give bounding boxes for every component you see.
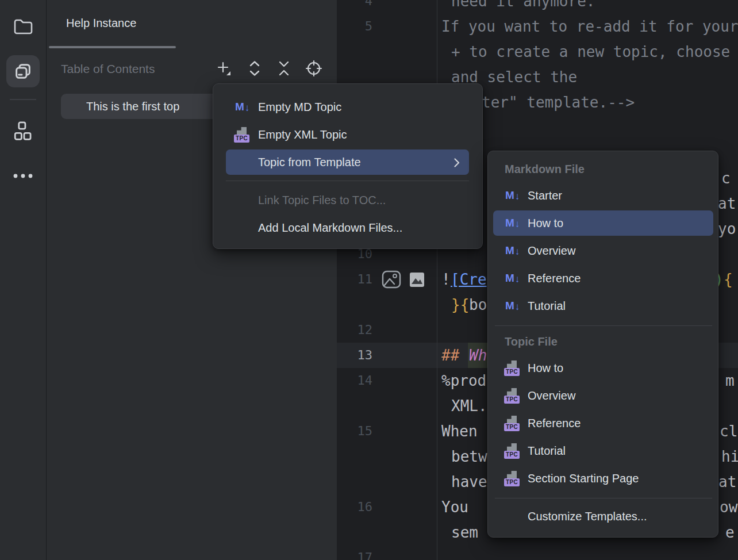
code-fragment: cl xyxy=(720,419,737,444)
folder-tool-button[interactable] xyxy=(6,10,40,43)
topic-file-icon: TPC xyxy=(504,388,520,404)
menu-separator xyxy=(495,325,712,326)
markdown-file-icon: M↓ xyxy=(235,101,249,113)
structure-tool-button[interactable] xyxy=(6,115,40,147)
code-text: betw xyxy=(451,444,487,469)
line-number: 11 xyxy=(337,267,372,292)
image-filled-icon[interactable] xyxy=(409,272,425,287)
code-text: sem xyxy=(451,520,478,545)
submenu-item-md-reference[interactable]: M↓ Reference xyxy=(493,264,713,292)
topic-file-icon: TPC xyxy=(504,360,520,376)
submenu-header-markdown-file: Markdown File xyxy=(493,155,713,183)
menu-separator xyxy=(226,181,469,181)
active-tab-indicator xyxy=(49,46,176,48)
toc-section-title: Table of Contents xyxy=(61,55,155,83)
new-topic-menu: M↓ Empty MD Topic TPC Empty XML Topic To… xyxy=(213,83,483,249)
code-fragment: ow xyxy=(720,494,737,520)
tool-window-tab[interactable]: Help Instance xyxy=(66,0,136,46)
code-text: When xyxy=(441,419,478,444)
code-text: If you want to re-add it for your xyxy=(441,14,738,39)
heading-marker: ## xyxy=(441,343,459,368)
submenu-item-tpc-how-to[interactable]: TPC How to xyxy=(493,354,713,382)
code-fragment: hi xyxy=(721,444,738,469)
menu-item-empty-xml-topic[interactable]: TPC Empty XML Topic xyxy=(226,121,469,148)
app-window: 4 5 10 11 12 13 14 15 16 17 need it anym… xyxy=(0,0,738,560)
submenu-arrow-icon xyxy=(454,158,460,167)
markdown-file-icon: M↓ xyxy=(505,244,520,257)
collapse-all-button[interactable] xyxy=(275,59,293,78)
editor-copy-icon xyxy=(14,62,32,80)
markdown-file-icon: M↓ xyxy=(505,189,520,202)
more-icon xyxy=(13,172,33,179)
submenu-item-customize-templates[interactable]: Customize Templates... xyxy=(493,503,713,530)
code-fragment: c xyxy=(721,166,731,191)
code-text: + to create a new topic, choose xyxy=(451,39,730,64)
structure-icon xyxy=(14,121,32,141)
line-number: 17 xyxy=(337,545,372,560)
menu-separator xyxy=(495,498,712,498)
code-fragment: yo xyxy=(718,216,736,241)
code-link[interactable]: [Cre xyxy=(451,267,487,292)
tool-window-stripe xyxy=(0,0,47,560)
submenu-item-md-tutorial[interactable]: M↓ Tutorial xyxy=(493,292,713,320)
code-fragment: at xyxy=(718,191,736,216)
markdown-file-icon: M↓ xyxy=(505,217,520,229)
line-number: 14 xyxy=(337,368,372,393)
collapse-all-icon xyxy=(277,60,291,76)
code-text: have xyxy=(451,469,487,494)
topic-file-icon: TPC xyxy=(504,443,520,459)
code-text: XML. xyxy=(451,393,487,419)
code-text: %prod xyxy=(441,368,486,393)
submenu-item-tpc-reference[interactable]: TPC Reference xyxy=(493,409,713,437)
add-icon xyxy=(216,61,231,76)
line-number: 16 xyxy=(337,494,372,520)
stripe-divider xyxy=(10,99,36,100)
menu-item-topic-from-template[interactable]: Topic from Template xyxy=(226,149,469,175)
editor-tool-button-active[interactable] xyxy=(6,55,40,87)
more-tool-button[interactable] xyxy=(6,160,40,192)
locate-button[interactable] xyxy=(305,59,323,78)
line-number: 15 xyxy=(337,419,372,444)
markdown-file-icon: M↓ xyxy=(505,300,520,312)
submenu-item-tpc-tutorial[interactable]: TPC Tutorial xyxy=(493,437,713,465)
expand-all-button[interactable] xyxy=(245,59,264,78)
expand-all-icon xyxy=(248,60,262,76)
code-text: ! xyxy=(441,267,451,292)
topic-file-icon: TPC xyxy=(234,127,249,143)
submenu-header-topic-file: Topic File xyxy=(493,328,713,355)
line-number-current: 13 xyxy=(337,343,372,368)
code-text: ter" template.--> xyxy=(482,90,635,115)
submenu-item-md-starter[interactable]: M↓ Starter xyxy=(493,182,713,209)
submenu-item-md-how-to[interactable]: M↓ How to xyxy=(493,210,713,236)
markdown-file-icon: M↓ xyxy=(505,272,520,285)
code-fragment: e xyxy=(725,520,735,545)
code-fragment: m xyxy=(725,368,735,393)
submenu-item-tpc-overview[interactable]: TPC Overview xyxy=(493,382,713,409)
image-outline-icon[interactable] xyxy=(382,270,401,289)
template-submenu: Markdown File M↓ Starter M↓ How to M↓ Ov… xyxy=(487,151,718,538)
topic-file-icon: TPC xyxy=(504,416,520,431)
submenu-item-md-overview[interactable]: M↓ Overview xyxy=(493,237,713,264)
line-number: 4 xyxy=(337,0,372,14)
topic-file-icon: TPC xyxy=(504,471,520,486)
code-fragment: { xyxy=(724,267,733,292)
locate-icon xyxy=(305,60,322,77)
code-text: You xyxy=(441,494,468,520)
line-number: 12 xyxy=(337,317,372,343)
submenu-item-tpc-section-starting-page[interactable]: TPC Section Starting Page xyxy=(493,465,713,492)
code-text: need it anymore. xyxy=(451,0,595,14)
line-number: 5 xyxy=(337,14,372,39)
menu-item-add-local-markdown[interactable]: Add Local Markdown Files... xyxy=(226,214,469,241)
add-button[interactable] xyxy=(214,59,233,78)
menu-item-link-topic-files[interactable]: Link Topic Files to TOC... xyxy=(226,186,469,214)
code-fragment: at xyxy=(718,469,736,494)
code-text: bo xyxy=(469,292,487,317)
code-text: }{ xyxy=(451,292,469,317)
menu-item-empty-md-topic[interactable]: M↓ Empty MD Topic xyxy=(226,93,469,121)
folder-icon xyxy=(13,18,33,35)
